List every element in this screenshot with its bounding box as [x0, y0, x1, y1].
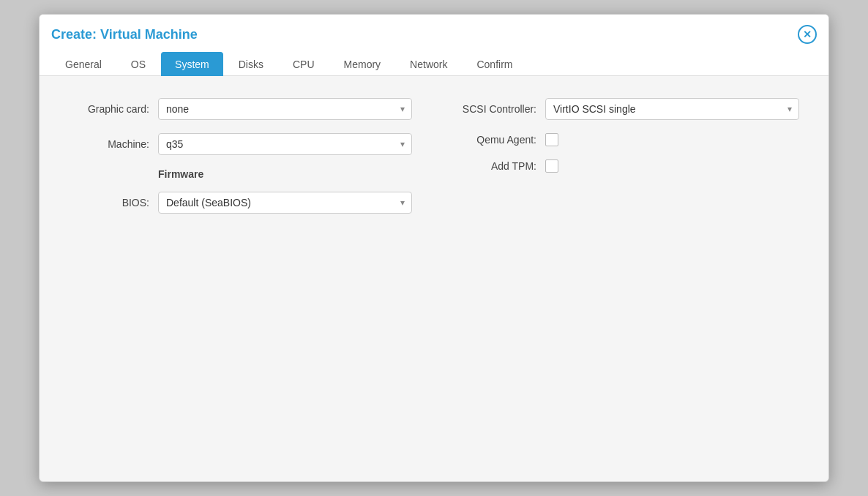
- tab-system[interactable]: System: [161, 52, 223, 76]
- title-row: Create: Virtual Machine ✕: [51, 25, 817, 44]
- bios-select-wrapper: Default (SeaBIOS): [158, 192, 412, 214]
- firmware-header-row: Firmware: [69, 168, 412, 180]
- dialog-header: Create: Virtual Machine ✕ General OS Sys…: [40, 15, 828, 76]
- scsi-controller-select[interactable]: VirtIO SCSI single: [545, 98, 799, 120]
- machine-select-wrapper: q35: [158, 133, 412, 155]
- dialog-title: Create: Virtual Machine: [51, 27, 198, 42]
- qemu-agent-label: Qemu Agent:: [456, 134, 536, 146]
- add-tpm-row: Add TPM:: [456, 159, 799, 173]
- create-vm-dialog: Create: Virtual Machine ✕ General OS Sys…: [39, 14, 829, 482]
- scsi-controller-row: SCSI Controller: VirtIO SCSI single: [456, 98, 799, 120]
- tab-disks[interactable]: Disks: [225, 52, 277, 76]
- machine-label: Machine:: [69, 138, 149, 150]
- close-button[interactable]: ✕: [798, 25, 817, 44]
- qemu-agent-row: Qemu Agent:: [456, 133, 799, 146]
- firmware-label: Firmware: [158, 168, 203, 180]
- tab-os[interactable]: OS: [117, 52, 160, 76]
- bios-row: BIOS: Default (SeaBIOS): [69, 192, 412, 214]
- scsi-controller-select-wrapper: VirtIO SCSI single: [545, 98, 799, 120]
- graphic-card-row: Graphic card: none: [69, 98, 412, 120]
- qemu-agent-checkbox[interactable]: [545, 133, 558, 146]
- add-tpm-label: Add TPM:: [456, 160, 536, 172]
- graphic-card-select-wrapper: none: [158, 98, 412, 120]
- tab-cpu[interactable]: CPU: [279, 52, 329, 76]
- graphic-card-label: Graphic card:: [69, 103, 149, 115]
- add-tpm-checkbox[interactable]: [545, 159, 558, 173]
- graphic-card-select[interactable]: none: [158, 98, 412, 120]
- scsi-controller-label: SCSI Controller:: [456, 103, 536, 115]
- firmware-section: Firmware BIOS: Default (SeaBIOS): [69, 168, 412, 214]
- machine-row: Machine: q35: [69, 133, 412, 155]
- dialog-body: Graphic card: none Machine: q35: [40, 76, 828, 481]
- bios-label: BIOS:: [69, 197, 149, 208]
- left-column: Graphic card: none Machine: q35: [69, 98, 412, 214]
- machine-select[interactable]: q35: [158, 133, 412, 155]
- tab-confirm[interactable]: Confirm: [463, 52, 526, 76]
- tab-network[interactable]: Network: [396, 52, 461, 76]
- tab-general[interactable]: General: [51, 52, 116, 76]
- tab-bar: General OS System Disks CPU Memory Netwo…: [51, 51, 817, 75]
- right-column: SCSI Controller: VirtIO SCSI single Qemu…: [456, 98, 799, 173]
- form-grid: Graphic card: none Machine: q35: [69, 98, 799, 214]
- tab-memory[interactable]: Memory: [330, 52, 395, 76]
- bios-select[interactable]: Default (SeaBIOS): [158, 192, 412, 214]
